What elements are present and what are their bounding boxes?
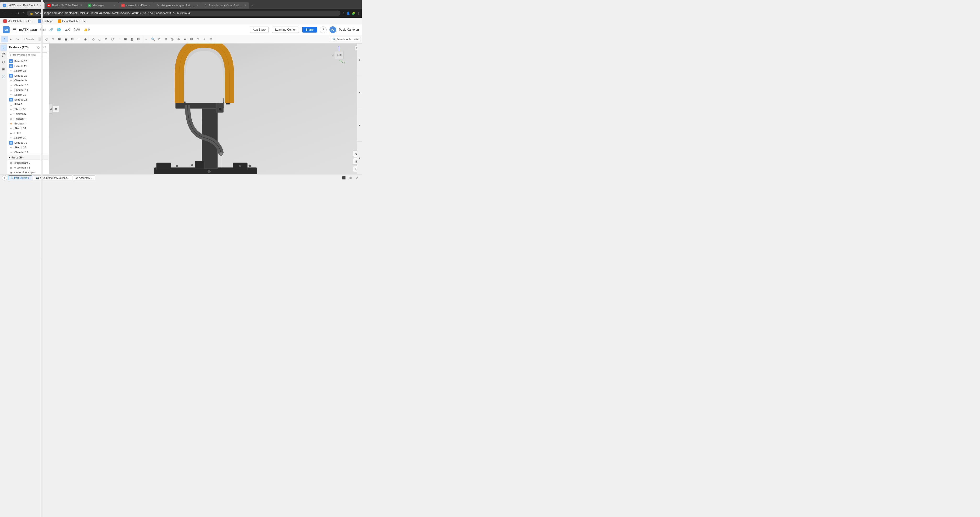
tab-matx-case[interactable]: m mATX case | Part Studio 1 × bbox=[0, 2, 45, 9]
tool-27[interactable]: ⊞ bbox=[208, 36, 214, 42]
panel-collapse-handle[interactable]: ◀ bbox=[49, 104, 52, 114]
tool-21[interactable]: ◎ bbox=[169, 36, 175, 42]
history-icon[interactable]: 🕐 bbox=[0, 73, 7, 80]
tab-youtube[interactable]: ▶ Bleak - YouTube Music × bbox=[45, 2, 85, 9]
tool-search[interactable]: 🔍 Search tools... alt+/ bbox=[331, 37, 361, 41]
bottom-tab-partstudio[interactable]: ⬡ Part Studio 1 bbox=[8, 176, 32, 180]
app-container: on ☰ mATX case Main 🔗 🌐 ☁ 0 💬 0 👍 0 App … bbox=[0, 24, 362, 181]
tool-7[interactable]: ▭ bbox=[76, 36, 82, 42]
feature-label: Thicken 6 bbox=[14, 112, 26, 115]
tab-favicon: m bbox=[3, 3, 6, 7]
bottom-action-1[interactable]: ⬛ bbox=[341, 175, 347, 180]
comment-button[interactable]: 💬 0 bbox=[73, 27, 81, 32]
features-icon[interactable]: ≡ bbox=[0, 45, 7, 51]
bookmark-msi[interactable]: MSI Global - The Le... bbox=[2, 19, 35, 23]
tool-26[interactable]: ↕ bbox=[202, 36, 208, 42]
tool-5[interactable]: ▣ bbox=[63, 36, 69, 42]
view-list-button[interactable]: ≡ bbox=[53, 106, 59, 112]
tab-close-1[interactable]: × bbox=[80, 3, 82, 7]
home-button[interactable]: ⌂ bbox=[22, 11, 25, 16]
extension-icon[interactable]: 🧩 bbox=[352, 11, 355, 15]
right-tab-label-4: ▶ bbox=[358, 157, 361, 159]
tool-20[interactable]: ⊞ bbox=[163, 36, 169, 42]
panel-resize-handle[interactable]: ⋮ bbox=[41, 43, 43, 174]
extrude-icon: ▣ bbox=[9, 141, 13, 145]
tab-close-2[interactable]: × bbox=[114, 3, 116, 7]
tool-13[interactable]: ↕ bbox=[116, 36, 122, 42]
tool-3[interactable]: ⟳ bbox=[50, 36, 56, 42]
navigation-cube[interactable]: Z Y ◄ Left bbox=[331, 46, 347, 65]
tool-6[interactable]: ⊡ bbox=[69, 36, 76, 42]
tool-11[interactable]: ⊕ bbox=[103, 36, 109, 42]
bookmark-ginga[interactable]: GingaDADDY :: The... bbox=[56, 19, 89, 23]
toolbar-sketch-group: ✏ Sketch bbox=[22, 36, 36, 42]
panel-expand-btn[interactable]: ⬡ bbox=[36, 45, 41, 50]
forward-button[interactable]: → bbox=[9, 11, 14, 16]
back-button[interactable]: ← bbox=[2, 11, 7, 16]
right-panel-tab-4[interactable]: ▶ bbox=[357, 142, 362, 174]
tool-9[interactable]: ◇ bbox=[90, 36, 96, 42]
bottom-action-3[interactable]: ↗ bbox=[355, 175, 360, 180]
tab-mainsail[interactable]: ⌂ mainsail.local/files × bbox=[118, 2, 153, 9]
tool-18[interactable]: 🔍 bbox=[150, 36, 156, 42]
variables-icon[interactable]: ⊞ bbox=[0, 66, 7, 72]
tab-close-3[interactable]: × bbox=[149, 3, 150, 7]
like-button[interactable]: 👍 0 bbox=[82, 27, 91, 32]
user-avatar[interactable]: PC bbox=[329, 26, 336, 33]
model-viewport-svg bbox=[140, 43, 259, 174]
link-button[interactable]: 🔗 bbox=[48, 27, 54, 32]
bookmark-onshape[interactable]: Onshape bbox=[37, 19, 54, 23]
cursor-tool[interactable]: ↖ bbox=[2, 36, 8, 42]
redo-tool[interactable]: ↪ bbox=[14, 36, 21, 42]
add-tab-button[interactable]: + bbox=[2, 175, 7, 180]
tool-14[interactable]: ⊞ bbox=[123, 36, 129, 42]
tab-close-5[interactable]: × bbox=[244, 3, 246, 7]
tab-messages[interactable]: M Messages × bbox=[85, 2, 118, 9]
parts-icon[interactable]: ⬡ bbox=[0, 59, 7, 65]
share-button[interactable]: Share bbox=[302, 27, 317, 33]
reload-button[interactable]: ↺ bbox=[15, 11, 20, 16]
tab-viking[interactable]: G viking runes for good fortune - × bbox=[153, 2, 201, 9]
tool-19[interactable]: ⊙ bbox=[156, 36, 162, 42]
sketch-button[interactable]: ✏ Sketch bbox=[22, 36, 35, 42]
right-panel-tab-1[interactable]: ▶ bbox=[357, 43, 362, 77]
comments-icon[interactable]: 💬 bbox=[0, 52, 7, 58]
viewport[interactable]: ◀ ≡ bbox=[49, 43, 362, 174]
bottom-action-2[interactable]: ⊞ bbox=[348, 175, 353, 180]
help-button[interactable]: ? bbox=[320, 26, 326, 33]
tool-23[interactable]: ↭ bbox=[182, 36, 188, 42]
tool-15[interactable]: ▥ bbox=[129, 36, 135, 42]
tab-close-4[interactable]: × bbox=[196, 3, 198, 7]
tool-4[interactable]: ⊞ bbox=[56, 36, 63, 42]
right-panel-tab-3[interactable]: ▶ bbox=[357, 109, 362, 142]
tool-22[interactable]: ⊛ bbox=[176, 36, 182, 42]
undo-tool[interactable]: ↩ bbox=[8, 36, 14, 42]
right-panel-tab-2[interactable]: ▶ bbox=[357, 77, 362, 109]
tool-8[interactable]: ◈ bbox=[82, 36, 89, 42]
tool-10[interactable]: ◡ bbox=[97, 36, 103, 42]
svg-text:◄: ◄ bbox=[331, 53, 334, 57]
tool-24[interactable]: ⊠ bbox=[189, 36, 195, 42]
tab-rune[interactable]: R Rune for Luck - Your Guide For ... × bbox=[201, 2, 249, 9]
globe-button[interactable]: 🌐 bbox=[56, 27, 62, 32]
address-actions: ☆ 👤 🧩 ⋮ bbox=[342, 11, 360, 15]
feature-label: Sketch 32 bbox=[14, 93, 26, 96]
bottom-tab-assembly[interactable]: ⚙ Assembly 1 bbox=[73, 176, 95, 180]
hamburger-menu[interactable]: ☰ bbox=[11, 26, 17, 33]
tool-12[interactable]: ⬡ bbox=[110, 36, 116, 42]
learning-center-button[interactable]: Learning Center bbox=[272, 27, 299, 33]
url-bar[interactable]: 🔒 cad.onshape.com/documents/acf962495418… bbox=[27, 11, 340, 16]
profile-icon[interactable]: 👤 bbox=[346, 11, 350, 15]
tool-25[interactable]: ⟳ bbox=[195, 36, 201, 42]
app-store-button[interactable]: App Store bbox=[250, 27, 269, 33]
main-content: ≡ 💬 ⬡ ⊞ 🕐 Features (173) ⬡ ↺ ▣ Extrude bbox=[0, 43, 362, 174]
bottom-tab-asus[interactable]: 📷 asus prime b450a ll top... bbox=[33, 176, 72, 180]
cloud-button[interactable]: ☁ 0 bbox=[63, 27, 71, 32]
menu-icon[interactable]: ⋮ bbox=[357, 11, 360, 15]
panel-refresh-btn[interactable]: ↺ bbox=[42, 45, 47, 50]
tool-16[interactable]: ⊡ bbox=[135, 36, 142, 42]
new-tab-button[interactable]: + bbox=[249, 2, 256, 9]
bookmark-icon[interactable]: ☆ bbox=[342, 11, 345, 15]
tool-2[interactable]: ◎ bbox=[43, 36, 50, 42]
tool-17[interactable]: ↔ bbox=[143, 36, 150, 42]
